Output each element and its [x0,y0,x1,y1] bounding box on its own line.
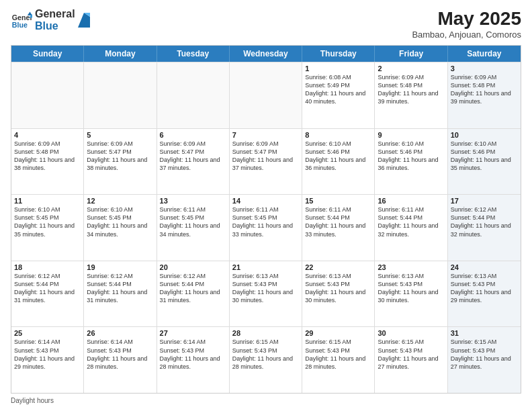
cell-info: Sunrise: 6:11 AM Sunset: 5:44 PM Dayligh… [305,205,371,238]
calendar-cell-25: 25Sunrise: 6:14 AM Sunset: 5:43 PM Dayli… [11,327,84,393]
calendar-cell-27: 27Sunrise: 6:14 AM Sunset: 5:43 PM Dayli… [157,327,230,393]
day-number: 23 [378,263,444,271]
day-number: 3 [451,64,518,73]
calendar-cell-18: 18Sunrise: 6:12 AM Sunset: 5:44 PM Dayli… [11,261,84,327]
calendar-cell-empty-0-2 [157,62,230,128]
calendar-cell-1: 1Sunrise: 6:08 AM Sunset: 5:49 PM Daylig… [302,62,375,128]
cell-info: Sunrise: 6:14 AM Sunset: 5:43 PM Dayligh… [14,338,81,371]
weekday-header-saturday: Saturday [448,46,521,62]
day-number: 16 [378,197,444,205]
calendar-cell-11: 11Sunrise: 6:10 AM Sunset: 5:45 PM Dayli… [11,195,84,261]
calendar-cell-empty-0-1 [84,62,157,128]
title-block: May 2025 Bambao, Anjouan, Comoros [412,8,521,40]
cell-info: Sunrise: 6:12 AM Sunset: 5:44 PM Dayligh… [14,272,81,305]
calendar-cell-5: 5Sunrise: 6:09 AM Sunset: 5:47 PM Daylig… [84,129,157,195]
cell-info: Sunrise: 6:10 AM Sunset: 5:46 PM Dayligh… [378,140,444,173]
weekday-header-monday: Monday [84,46,157,62]
cell-info: Sunrise: 6:14 AM Sunset: 5:43 PM Dayligh… [87,338,153,371]
calendar-row-2: 4Sunrise: 6:09 AM Sunset: 5:48 PM Daylig… [11,128,521,195]
cell-info: Sunrise: 6:15 AM Sunset: 5:43 PM Dayligh… [451,338,518,371]
page: General Blue General Blue May 2025 Bamba… [0,0,532,411]
cell-info: Sunrise: 6:15 AM Sunset: 5:43 PM Dayligh… [305,338,371,371]
day-number: 17 [451,197,518,205]
calendar-cell-15: 15Sunrise: 6:11 AM Sunset: 5:44 PM Dayli… [302,195,375,261]
calendar-cell-16: 16Sunrise: 6:11 AM Sunset: 5:44 PM Dayli… [375,195,447,261]
day-number: 10 [451,131,518,139]
calendar-cell-empty-0-0 [11,62,84,128]
day-number: 6 [160,131,226,139]
cell-info: Sunrise: 6:12 AM Sunset: 5:44 PM Dayligh… [87,272,153,305]
cell-info: Sunrise: 6:08 AM Sunset: 5:49 PM Dayligh… [305,73,371,106]
cell-info: Sunrise: 6:09 AM Sunset: 5:47 PM Dayligh… [87,140,153,173]
calendar-cell-empty-0-3 [230,62,302,128]
calendar-cell-22: 22Sunrise: 6:13 AM Sunset: 5:43 PM Dayli… [302,261,375,327]
cell-info: Sunrise: 6:11 AM Sunset: 5:45 PM Dayligh… [160,205,226,238]
day-number: 14 [232,197,299,205]
day-number: 24 [451,263,518,271]
calendar-row-5: 25Sunrise: 6:14 AM Sunset: 5:43 PM Dayli… [11,326,521,393]
day-number: 5 [87,131,153,139]
day-number: 15 [305,197,371,205]
cell-info: Sunrise: 6:09 AM Sunset: 5:48 PM Dayligh… [451,73,518,106]
logo-icon: General Blue [11,9,32,31]
day-number: 7 [232,131,299,139]
day-number: 31 [451,329,518,337]
cell-info: Sunrise: 6:13 AM Sunset: 5:43 PM Dayligh… [305,272,371,305]
calendar-cell-29: 29Sunrise: 6:15 AM Sunset: 5:43 PM Dayli… [302,327,375,393]
cell-info: Sunrise: 6:14 AM Sunset: 5:43 PM Dayligh… [160,338,226,371]
day-number: 12 [87,197,153,205]
header: General Blue General Blue May 2025 Bamba… [11,8,521,40]
day-number: 21 [232,263,299,271]
cell-info: Sunrise: 6:10 AM Sunset: 5:46 PM Dayligh… [305,140,371,173]
weekday-header-sunday: Sunday [11,46,84,62]
calendar-row-1: 1Sunrise: 6:08 AM Sunset: 5:49 PM Daylig… [11,62,521,128]
calendar-cell-19: 19Sunrise: 6:12 AM Sunset: 5:44 PM Dayli… [84,261,157,327]
cell-info: Sunrise: 6:11 AM Sunset: 5:44 PM Dayligh… [378,205,444,238]
footer: Daylight hours [11,397,521,404]
calendar-cell-12: 12Sunrise: 6:10 AM Sunset: 5:45 PM Dayli… [84,195,157,261]
calendar-cell-2: 2Sunrise: 6:09 AM Sunset: 5:48 PM Daylig… [375,62,447,128]
calendar-cell-23: 23Sunrise: 6:13 AM Sunset: 5:43 PM Dayli… [375,261,447,327]
calendar: SundayMondayTuesdayWednesdayThursdayFrid… [11,45,521,394]
calendar-cell-30: 30Sunrise: 6:15 AM Sunset: 5:43 PM Dayli… [375,327,447,393]
cell-info: Sunrise: 6:09 AM Sunset: 5:47 PM Dayligh… [232,140,299,173]
cell-info: Sunrise: 6:13 AM Sunset: 5:43 PM Dayligh… [232,272,299,305]
cell-info: Sunrise: 6:11 AM Sunset: 5:45 PM Dayligh… [232,205,299,238]
day-number: 8 [305,131,371,139]
calendar-cell-8: 8Sunrise: 6:10 AM Sunset: 5:46 PM Daylig… [302,129,375,195]
logo-general: General [35,8,75,20]
day-number: 30 [378,329,444,337]
svg-text:Blue: Blue [12,20,28,28]
calendar-cell-3: 3Sunrise: 6:09 AM Sunset: 5:48 PM Daylig… [448,62,521,128]
logo-blue: Blue [35,20,75,32]
calendar-cell-21: 21Sunrise: 6:13 AM Sunset: 5:43 PM Dayli… [230,261,302,327]
day-number: 29 [305,329,371,337]
location-subtitle: Bambao, Anjouan, Comoros [412,30,521,40]
day-number: 22 [305,263,371,271]
day-number: 1 [305,64,371,73]
day-number: 25 [14,329,81,337]
calendar-cell-6: 6Sunrise: 6:09 AM Sunset: 5:47 PM Daylig… [157,129,230,195]
day-number: 19 [87,263,153,271]
weekday-header-thursday: Thursday [302,46,375,62]
calendar-body: 1Sunrise: 6:08 AM Sunset: 5:49 PM Daylig… [11,62,521,393]
calendar-row-3: 11Sunrise: 6:10 AM Sunset: 5:45 PM Dayli… [11,194,521,261]
weekday-header-wednesday: Wednesday [230,46,302,62]
day-number: 11 [14,197,81,205]
cell-info: Sunrise: 6:12 AM Sunset: 5:44 PM Dayligh… [451,205,518,238]
calendar-row-4: 18Sunrise: 6:12 AM Sunset: 5:44 PM Dayli… [11,261,521,327]
day-number: 26 [87,329,153,337]
day-number: 27 [160,329,226,337]
calendar-cell-10: 10Sunrise: 6:10 AM Sunset: 5:46 PM Dayli… [448,129,521,195]
cell-info: Sunrise: 6:13 AM Sunset: 5:43 PM Dayligh… [378,272,444,305]
calendar-cell-28: 28Sunrise: 6:15 AM Sunset: 5:43 PM Dayli… [230,327,302,393]
month-title: May 2025 [412,8,521,30]
calendar-cell-4: 4Sunrise: 6:09 AM Sunset: 5:48 PM Daylig… [11,129,84,195]
day-number: 18 [14,263,81,271]
calendar-cell-24: 24Sunrise: 6:13 AM Sunset: 5:43 PM Dayli… [448,261,521,327]
day-number: 13 [160,197,226,205]
cell-info: Sunrise: 6:12 AM Sunset: 5:44 PM Dayligh… [160,272,226,305]
cell-info: Sunrise: 6:09 AM Sunset: 5:48 PM Dayligh… [14,140,81,173]
cell-info: Sunrise: 6:10 AM Sunset: 5:45 PM Dayligh… [87,205,153,238]
cell-info: Sunrise: 6:09 AM Sunset: 5:47 PM Dayligh… [160,140,226,173]
